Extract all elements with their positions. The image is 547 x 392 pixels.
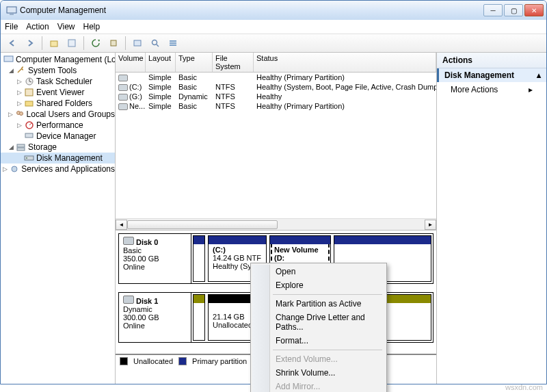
menu-mark-active[interactable]: Mark Partition as Active (252, 297, 385, 311)
titlebar[interactable]: Computer Management ─ ▢ ✕ (1, 1, 546, 20)
collapse-icon: ▴ (537, 70, 541, 80)
svg-rect-0 (7, 7, 16, 13)
drive-icon (118, 84, 128, 91)
svg-rect-20 (17, 144, 25, 147)
toolbar (1, 34, 546, 53)
close-button[interactable]: ✕ (524, 4, 544, 16)
drive-icon (118, 94, 128, 101)
svg-rect-22 (25, 156, 34, 160)
volume-header: Volume Layout Type File System Status (116, 53, 436, 73)
reserved-partition[interactable] (193, 235, 205, 282)
settings-button[interactable] (130, 36, 145, 51)
menu-shrink-volume[interactable]: Shrink Volume... (252, 366, 385, 380)
col-layout[interactable]: Layout (146, 53, 176, 72)
tree-disk-management[interactable]: Disk Management (1, 153, 115, 164)
disk0-header[interactable]: Disk 0 Basic 350.00 GB Online (119, 234, 191, 283)
tree-event-viewer[interactable]: ▷Event Viewer (1, 87, 115, 98)
refresh-button[interactable] (88, 36, 103, 51)
tool-icon[interactable] (106, 36, 121, 51)
expand-icon[interactable]: ▷ (16, 122, 23, 129)
window-title: Computer Management (20, 5, 483, 15)
tree-root[interactable]: Computer Management (Local (1, 54, 115, 65)
collapse-icon[interactable]: ◢ (8, 67, 14, 74)
svg-rect-5 (134, 40, 141, 46)
disk1-header[interactable]: Disk 1 Dynamic 300.00 GB Online (119, 293, 191, 342)
menu-extend-volume: Extend Volume... (252, 352, 385, 366)
menu-explore[interactable]: Explore (252, 278, 385, 292)
folder-share-icon (24, 98, 35, 109)
menu-file[interactable]: File (5, 22, 18, 31)
reserved-partition[interactable] (193, 294, 205, 341)
menu-format[interactable]: Format... (252, 334, 385, 348)
actions-section[interactable]: Disk Management▴ (437, 68, 546, 82)
scroll-thumb[interactable] (127, 220, 278, 229)
menu-help[interactable]: Help (83, 22, 101, 31)
svg-rect-14 (25, 101, 33, 106)
expand-icon[interactable]: ▷ (16, 89, 23, 96)
volume-row[interactable]: (G:)SimpleDynamicNTFSHealthy (116, 92, 436, 101)
device-icon (24, 131, 35, 142)
storage-icon (16, 142, 27, 153)
menu-change-drive-letter[interactable]: Change Drive Letter and Paths... (252, 311, 385, 334)
tree-storage[interactable]: ◢Storage (1, 142, 115, 153)
svg-point-24 (12, 166, 17, 172)
computer-icon (3, 54, 14, 65)
col-volume[interactable]: Volume (116, 53, 146, 72)
svg-point-6 (152, 40, 157, 45)
menu-action[interactable]: Action (26, 22, 49, 31)
menu-separator (273, 294, 382, 295)
tree-shared-folders[interactable]: ▷Shared Folders (1, 98, 115, 109)
col-type[interactable]: Type (176, 53, 213, 72)
perf-icon (24, 120, 35, 131)
tools-icon (16, 65, 27, 76)
svg-rect-4 (111, 40, 116, 46)
svg-rect-9 (170, 42, 176, 44)
services-icon (9, 164, 20, 174)
expand-icon[interactable]: ▷ (8, 111, 13, 118)
more-actions[interactable]: More Actions▸ (437, 82, 546, 97)
clock-icon (24, 76, 35, 87)
collapse-icon[interactable]: ◢ (8, 144, 14, 151)
col-filesystem[interactable]: File System (213, 53, 254, 72)
svg-rect-2 (51, 41, 57, 47)
expand-icon[interactable]: ▷ (16, 78, 23, 85)
tree-services[interactable]: ▷Services and Applications (1, 164, 115, 174)
tree-task-scheduler[interactable]: ▷Task Scheduler (1, 76, 115, 87)
volume-row[interactable]: Ne...SimpleBasicNTFSHealthy (Primary Par… (116, 101, 436, 111)
menu-separator (273, 350, 382, 350)
volume-row[interactable]: (C:)SimpleBasicNTFSHealthy (System, Boot… (116, 82, 436, 92)
expand-icon[interactable]: ▷ (16, 100, 23, 107)
svg-rect-10 (170, 44, 176, 46)
col-status[interactable]: Status (254, 53, 436, 72)
legend-swatch-unallocated (120, 357, 128, 365)
volume-hscroll[interactable]: ◄ ► (116, 218, 436, 230)
scroll-left-icon[interactable]: ◄ (116, 220, 127, 230)
up-button[interactable] (46, 36, 62, 51)
svg-rect-8 (170, 40, 176, 42)
svg-point-23 (26, 157, 27, 159)
tree-local-users[interactable]: ▷Local Users and Groups (1, 109, 115, 120)
disk-icon (24, 153, 35, 164)
menu-view[interactable]: View (57, 22, 75, 31)
actions-pane: Actions Disk Management▴ More Actions▸ (437, 53, 546, 384)
expand-icon[interactable]: ▷ (3, 166, 8, 172)
volume-row[interactable]: SimpleBasicHealthy (Primary Partition) (116, 73, 436, 82)
forward-button[interactable] (23, 36, 38, 51)
actions-header: Actions (437, 53, 546, 68)
nav-tree[interactable]: Computer Management (Local ◢System Tools… (1, 53, 116, 384)
tree-device-manager[interactable]: Device Manager (1, 131, 115, 142)
scroll-right-icon[interactable]: ► (425, 220, 436, 230)
menu-open[interactable]: Open (252, 265, 385, 278)
disk-icon (123, 296, 134, 304)
watermark: wsxdn.com (505, 383, 543, 391)
tree-performance[interactable]: ▷Performance (1, 120, 115, 131)
tree-system-tools[interactable]: ◢System Tools (1, 65, 115, 76)
properties-button[interactable] (64, 36, 79, 51)
find-button[interactable] (148, 36, 163, 51)
list-button[interactable] (165, 36, 181, 51)
back-button[interactable] (5, 36, 20, 51)
minimize-button[interactable]: ─ (483, 4, 503, 16)
maximize-button[interactable]: ▢ (504, 4, 523, 16)
drive-icon (118, 103, 128, 110)
drive-icon (118, 75, 128, 81)
